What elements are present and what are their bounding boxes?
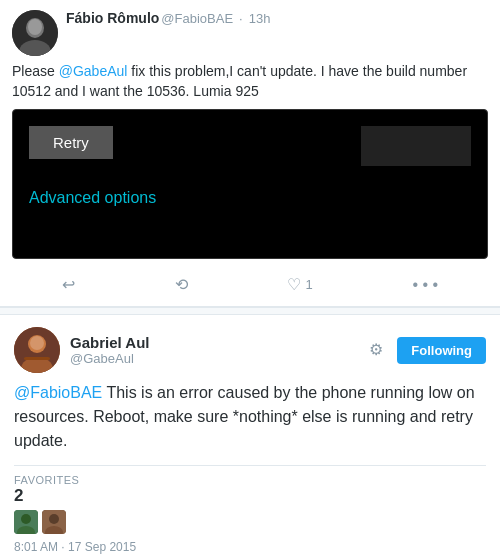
like-count: 1 xyxy=(305,277,312,292)
favorites-count: 2 xyxy=(14,486,486,506)
tweet-divider xyxy=(0,307,500,315)
svg-point-3 xyxy=(28,19,42,35)
reply-action[interactable]: ↩ xyxy=(62,275,75,294)
svg-point-7 xyxy=(30,336,44,350)
fav-avatar-2[interactable] xyxy=(42,510,66,534)
advanced-options-text[interactable]: Advanced options xyxy=(29,189,471,207)
mention-gabeaul[interactable]: @GabeAul xyxy=(59,63,128,79)
retweet-icon: ⟲ xyxy=(175,275,188,294)
svg-point-13 xyxy=(49,514,59,524)
retry-button[interactable]: Retry xyxy=(29,126,113,159)
like-icon: ♡ xyxy=(287,275,301,294)
gear-icon[interactable]: ⚙ xyxy=(369,340,389,360)
fav-avatars xyxy=(14,510,486,534)
more-action[interactable]: • • • xyxy=(412,276,438,294)
tweet-1: Fábio Rômulo @FabioBAE · 13h Please @Gab… xyxy=(0,0,500,307)
dark-box xyxy=(361,126,471,166)
tweet-1-user-info: Fábio Rômulo @FabioBAE · 13h xyxy=(66,10,488,26)
avatar-gabriel[interactable] xyxy=(14,327,60,373)
favorites-label: FAVORITES xyxy=(14,474,486,486)
tweet-2-text: @FabioBAE This is an error caused by the… xyxy=(14,381,486,453)
tweet-2: Gabriel Aul @GabeAul ⚙ Following @FabioB… xyxy=(0,315,500,555)
tweet-1-display-name[interactable]: Fábio Rômulo xyxy=(66,10,159,26)
svg-point-10 xyxy=(21,514,31,524)
svg-rect-8 xyxy=(24,357,50,360)
fav-avatar-1[interactable] xyxy=(14,510,38,534)
following-button[interactable]: Following xyxy=(397,337,486,364)
tweet-2-display-name[interactable]: Gabriel Aul xyxy=(70,334,369,351)
tweet-1-header: Fábio Rômulo @FabioBAE · 13h xyxy=(12,10,488,56)
tweet-2-screen-name[interactable]: @GabeAul xyxy=(70,351,369,366)
reply-icon: ↩ xyxy=(62,275,75,294)
tweet-1-actions: ↩ ⟲ ♡ 1 • • • xyxy=(12,269,488,296)
tweet-1-text: Please @GabeAul fix this problem,I can't… xyxy=(12,62,488,101)
tweet-1-screen-name[interactable]: @FabioBAE xyxy=(161,11,233,26)
tweet-2-user-info: Gabriel Aul @GabeAul xyxy=(70,334,369,366)
more-icon: • • • xyxy=(412,276,438,294)
avatar-fabio[interactable] xyxy=(12,10,58,56)
tweet-1-time: · xyxy=(239,11,243,26)
tweet-2-meta: FAVORITES 2 8:01 AM · 17 Sep 2015 xyxy=(14,465,486,554)
tweet-2-timestamp: 8:01 AM · 17 Sep 2015 xyxy=(14,540,486,554)
mention-fabioBAE[interactable]: @FabioBAE xyxy=(14,384,102,401)
tweet-1-time-ago: 13h xyxy=(249,11,271,26)
retweet-action[interactable]: ⟲ xyxy=(175,275,188,294)
tweet-2-header: Gabriel Aul @GabeAul ⚙ Following xyxy=(14,327,486,373)
like-action[interactable]: ♡ 1 xyxy=(287,275,312,294)
screenshot-box: Retry Advanced options xyxy=(12,109,488,259)
